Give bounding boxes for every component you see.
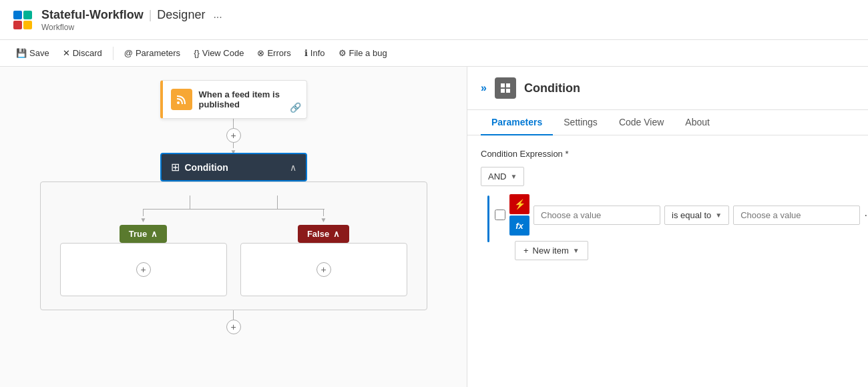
discard-button[interactable]: ✕ Discard bbox=[57, 45, 107, 61]
workflow-canvas: When a feed item is published 🔗 + ▼ ⊞ Co… bbox=[0, 67, 467, 387]
workflow-label: Workflow bbox=[41, 23, 222, 32]
add-step-button-2[interactable]: + bbox=[226, 320, 241, 334]
tab-about[interactable]: About bbox=[674, 110, 720, 135]
new-item-button[interactable]: + New item ▼ bbox=[515, 241, 588, 260]
app-title: Stateful-Workflow bbox=[41, 8, 144, 22]
view-code-button[interactable]: {} View Code bbox=[188, 45, 249, 61]
workflow-area: When a feed item is published 🔗 + ▼ ⊞ Co… bbox=[40, 80, 427, 334]
tab-settings[interactable]: Settings bbox=[553, 110, 608, 135]
new-item-dropdown-arrow: ▼ bbox=[573, 247, 580, 254]
trigger-link-icon: 🔗 bbox=[290, 102, 301, 113]
condition-label: Condition bbox=[185, 162, 228, 173]
header: Stateful-Workflow | Designer ... Workflo… bbox=[0, 0, 868, 40]
and-select[interactable]: AND ▼ bbox=[481, 167, 524, 186]
save-button[interactable]: 💾 Save bbox=[11, 45, 55, 61]
info-button[interactable]: ℹ Info bbox=[299, 45, 331, 61]
file-bug-button[interactable]: ⚙ File a bug bbox=[333, 45, 393, 61]
discard-icon: ✕ bbox=[63, 48, 70, 58]
panel-title: Condition bbox=[524, 81, 580, 95]
panel-content: Condition Expression * AND ▼ bbox=[467, 135, 868, 387]
svg-rect-1 bbox=[501, 83, 505, 87]
condition-checkbox[interactable] bbox=[495, 210, 505, 220]
panel-header: » Condition bbox=[467, 67, 868, 110]
operator-dropdown-arrow: ▼ bbox=[715, 212, 722, 219]
operator-select[interactable]: is equal to ▼ bbox=[664, 206, 729, 225]
choose-value-input-1[interactable] bbox=[533, 206, 660, 225]
bug-icon: ⚙ bbox=[339, 48, 347, 58]
connector-1: + ▼ bbox=[226, 119, 241, 153]
true-branch-header[interactable]: True ∧ bbox=[120, 225, 167, 243]
panel-node-icon bbox=[495, 77, 516, 99]
condition-expression-label: Condition Expression * bbox=[481, 149, 868, 159]
true-expand-icon: ∧ bbox=[151, 229, 158, 239]
add-step-button-1[interactable]: + bbox=[226, 128, 241, 143]
fx-button[interactable]: fx bbox=[509, 216, 529, 236]
true-branch-box: + bbox=[60, 243, 227, 296]
header-divider: | bbox=[149, 8, 152, 22]
trigger-label: When a feed item is published bbox=[199, 89, 298, 109]
and-row: AND ▼ bbox=[481, 167, 868, 186]
save-icon: 💾 bbox=[16, 48, 27, 58]
svg-rect-3 bbox=[501, 89, 505, 93]
parameters-icon: @ bbox=[124, 48, 133, 58]
svg-rect-2 bbox=[506, 83, 510, 87]
tab-parameters[interactable]: Parameters bbox=[481, 110, 553, 135]
svg-point-0 bbox=[177, 101, 180, 104]
main-layout: When a feed item is published 🔗 + ▼ ⊞ Co… bbox=[0, 67, 868, 387]
condition-inputs: ⚡ fx is equal to ▼ ··· bbox=[495, 194, 868, 260]
condition-icon: ⊞ bbox=[171, 161, 180, 173]
condition-row: ⚡ fx is equal to ▼ ··· bbox=[495, 194, 868, 236]
lightning-button[interactable]: ⚡ bbox=[509, 194, 529, 214]
blue-bar bbox=[487, 196, 489, 242]
app-logo bbox=[11, 8, 35, 32]
false-branch-header[interactable]: False ∧ bbox=[298, 225, 349, 243]
more-options-button[interactable]: ··· bbox=[864, 208, 868, 222]
condition-collapse-icon: ∧ bbox=[290, 162, 296, 173]
panel-tabs: Parameters Settings Code View About bbox=[467, 110, 868, 135]
designer-label: Designer bbox=[157, 8, 205, 22]
svg-rect-4 bbox=[506, 89, 510, 93]
condition-node[interactable]: ⊞ Condition ∧ bbox=[160, 153, 307, 181]
condition-expression-area: ⚡ fx is equal to ▼ ··· bbox=[487, 194, 868, 260]
errors-icon: ⊗ bbox=[257, 48, 264, 58]
parameters-button[interactable]: @ Parameters bbox=[119, 45, 186, 61]
connector-2: + bbox=[226, 310, 241, 334]
panel-collapse-button[interactable]: » bbox=[481, 82, 487, 94]
false-branch: ▼ False ∧ + bbox=[240, 210, 407, 296]
errors-button[interactable]: ⊗ Errors bbox=[252, 45, 296, 61]
right-panel: » Condition Parameters Settings Code Vie… bbox=[467, 67, 868, 387]
trigger-node[interactable]: When a feed item is published 🔗 bbox=[160, 80, 307, 119]
true-branch-add-button[interactable]: + bbox=[136, 262, 151, 277]
and-dropdown-arrow: ▼ bbox=[510, 173, 517, 180]
branches: ▼ True ∧ + ▼ False bbox=[54, 210, 413, 296]
choose-value-input-2[interactable] bbox=[733, 206, 860, 225]
true-branch: ▼ True ∧ + bbox=[60, 210, 227, 296]
view-code-icon: {} bbox=[194, 48, 200, 58]
false-branch-add-button[interactable]: + bbox=[316, 262, 331, 277]
condition-body: ▼ True ∧ + ▼ False bbox=[40, 181, 427, 310]
dynamic-buttons: ⚡ fx bbox=[509, 194, 529, 236]
false-branch-box: + bbox=[240, 243, 407, 296]
false-expand-icon: ∧ bbox=[333, 229, 340, 239]
condition-left: ⊞ Condition bbox=[171, 161, 228, 173]
more-button[interactable]: ... bbox=[213, 9, 222, 21]
plus-icon: + bbox=[523, 246, 529, 256]
tab-code-view[interactable]: Code View bbox=[608, 110, 674, 135]
feed-icon bbox=[171, 89, 192, 110]
toolbar: 💾 Save ✕ Discard @ Parameters {} View Co… bbox=[0, 40, 868, 67]
new-item-row: + New item ▼ bbox=[515, 241, 868, 260]
info-icon: ℹ bbox=[304, 48, 308, 58]
